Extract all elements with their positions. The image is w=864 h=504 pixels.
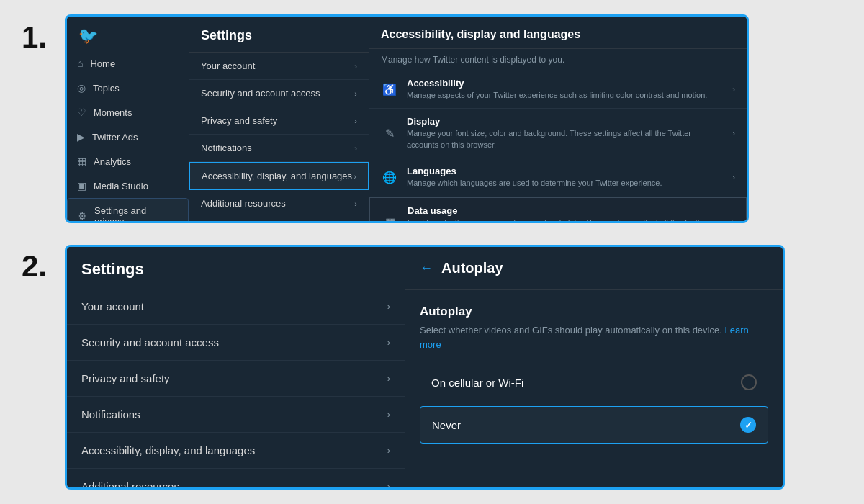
p2-accessibility-chevron: › xyxy=(387,445,390,456)
cellular-radio[interactable] xyxy=(741,374,757,390)
back-arrow-icon[interactable]: ← xyxy=(420,261,433,276)
p2-your-account-label: Your account xyxy=(81,300,144,312)
p2-security-chevron: › xyxy=(387,337,390,348)
p2-additional-chevron: › xyxy=(387,481,390,490)
notifications-chevron: › xyxy=(354,144,357,153)
sidebar-item-topics[interactable]: ◎ Topics xyxy=(67,76,189,100)
languages-text: Languages Manage which languages are use… xyxy=(407,166,724,189)
additional-chevron: › xyxy=(354,199,357,208)
p2-accessibility-label: Accessibility, display, and languages xyxy=(81,444,255,456)
autoplay-section-title: Autoplay xyxy=(420,305,768,319)
display-detail-icon: ✎ xyxy=(381,127,398,140)
autoplay-content: Autoplay Select whether videos and GIFs … xyxy=(405,290,783,464)
panel2-container: Settings Your account › Security and acc… xyxy=(65,245,785,490)
accessibility-detail-chevron: › xyxy=(732,85,735,94)
p2-your-account-chevron: › xyxy=(387,301,390,312)
security-chevron: › xyxy=(354,89,357,98)
notifications-label: Notifications xyxy=(201,143,252,153)
p2-privacy-chevron: › xyxy=(387,373,390,384)
moments-icon: ♡ xyxy=(77,107,86,118)
p2-notifications-chevron: › xyxy=(387,409,390,420)
settings-column: Settings Your account › Security and acc… xyxy=(189,17,369,221)
accessibility-label: Accessibility, display, and languages xyxy=(202,171,352,181)
p2-security-label: Security and account access xyxy=(81,336,219,348)
data-usage-desc: Limit how Twitter uses some of your netw… xyxy=(408,217,723,223)
autoplay-option-never[interactable]: Never xyxy=(420,406,768,444)
sidebar-analytics-label: Analytics xyxy=(94,156,131,167)
sidebar-media-studio-label: Media Studio xyxy=(94,181,148,192)
twitter-logo-icon: 🐦 xyxy=(67,17,189,51)
topics-icon: ◎ xyxy=(77,82,86,94)
sidebar-item-twitter-ads[interactable]: ▶ Twitter Ads xyxy=(67,125,189,149)
sidebar-item-media-studio[interactable]: ▣ Media Studio xyxy=(67,174,189,198)
data-usage-detail-chevron: › xyxy=(732,217,734,223)
languages-detail-icon: 🌐 xyxy=(381,171,398,184)
security-label: Security and account access xyxy=(201,88,320,99)
p2-security[interactable]: Security and account access › xyxy=(67,325,405,361)
autoplay-desc-text: Select whether videos and GIFs should pl… xyxy=(420,325,724,336)
accessibility-chevron: › xyxy=(354,172,356,181)
languages-desc: Manage which languages are used to deter… xyxy=(407,178,724,189)
sidebar-item-analytics[interactable]: ▦ Analytics xyxy=(67,149,189,174)
p2-additional[interactable]: Additional resources › xyxy=(67,469,405,490)
display-detail-chevron: › xyxy=(732,129,735,138)
detail-display[interactable]: ✎ Display Manage your font size, color a… xyxy=(369,109,747,158)
data-usage-detail-icon: ▦ xyxy=(382,215,399,223)
sidebar-item-settings[interactable]: ⚙ Settings and privacy xyxy=(67,198,189,223)
settings-notifications[interactable]: Notifications › xyxy=(189,135,369,162)
accessibility-title: Accessibility xyxy=(407,78,724,89)
data-usage-title: Data usage xyxy=(408,205,723,216)
panel1-container: 🐦 ⌂ Home ◎ Topics ♡ Moments ▶ Twitter Ad… xyxy=(65,14,749,223)
data-usage-text: Data usage Limit how Twitter uses some o… xyxy=(408,205,723,223)
detail-languages[interactable]: 🌐 Languages Manage which languages are u… xyxy=(369,158,747,197)
settings-your-account[interactable]: Your account › xyxy=(189,53,369,80)
autoplay-option-cellular[interactable]: On cellular or Wi-Fi xyxy=(420,364,768,400)
p2-privacy-label: Privacy and safety xyxy=(81,372,170,384)
p2-additional-label: Additional resources xyxy=(81,480,179,490)
sidebar-topics-label: Topics xyxy=(93,83,120,94)
sidebar-item-moments[interactable]: ♡ Moments xyxy=(67,100,189,125)
p2-your-account[interactable]: Your account › xyxy=(67,289,405,325)
your-account-chevron: › xyxy=(354,62,357,71)
p2-settings-header: Settings xyxy=(67,247,405,289)
sidebar-moments-label: Moments xyxy=(94,107,132,118)
privacy-label: Privacy and safety xyxy=(201,115,277,126)
never-radio[interactable] xyxy=(740,417,756,433)
additional-label: Additional resources xyxy=(201,198,286,209)
settings-icon: ⚙ xyxy=(78,210,87,222)
sidebar-twitter-ads-label: Twitter Ads xyxy=(92,132,138,143)
settings-additional[interactable]: Additional resources › xyxy=(189,190,369,217)
p2-autoplay-header: ← Autoplay xyxy=(405,247,783,290)
settings-accessibility[interactable]: Accessibility, display, and languages › xyxy=(189,162,369,190)
display-title: Display xyxy=(407,116,724,127)
p2-privacy[interactable]: Privacy and safety › xyxy=(67,361,405,397)
your-account-label: Your account xyxy=(201,60,255,71)
sidebar: 🐦 ⌂ Home ◎ Topics ♡ Moments ▶ Twitter Ad… xyxy=(67,17,189,221)
privacy-chevron: › xyxy=(354,117,357,125)
detail-accessibility[interactable]: ♿ Accessibility Manage aspects of your T… xyxy=(369,71,747,109)
detail-subtitle: Manage how Twitter content is displayed … xyxy=(369,49,747,71)
step1-number: 1. xyxy=(22,20,47,55)
display-text: Display Manage your font size, color and… xyxy=(407,116,724,150)
sidebar-item-home[interactable]: ⌂ Home xyxy=(67,51,189,76)
p2-settings-list: Settings Your account › Security and acc… xyxy=(67,247,405,487)
p2-autoplay-panel: ← Autoplay Autoplay Select whether video… xyxy=(405,247,783,487)
settings-security[interactable]: Security and account access › xyxy=(189,80,369,107)
p2-notifications[interactable]: Notifications › xyxy=(67,397,405,433)
sidebar-home-label: Home xyxy=(90,58,115,69)
accessibility-detail-icon: ♿ xyxy=(381,83,398,96)
home-icon: ⌂ xyxy=(77,58,83,69)
p2-accessibility[interactable]: Accessibility, display, and languages › xyxy=(67,433,405,469)
detail-data-usage[interactable]: ▦ Data usage Limit how Twitter uses some… xyxy=(369,197,747,223)
accessibility-text: Accessibility Manage aspects of your Twi… xyxy=(407,78,724,101)
never-label: Never xyxy=(432,419,461,431)
settings-privacy[interactable]: Privacy and safety › xyxy=(189,107,369,135)
media-studio-icon: ▣ xyxy=(77,180,86,192)
step2-number: 2. xyxy=(22,249,47,284)
languages-title: Languages xyxy=(407,166,724,176)
settings-col-header: Settings xyxy=(189,17,369,53)
autoplay-section-desc: Select whether videos and GIFs should pl… xyxy=(420,323,768,351)
languages-detail-chevron: › xyxy=(732,173,735,181)
detail-header: Accessibility, display and languages xyxy=(369,17,747,49)
display-desc: Manage your font size, color and backgro… xyxy=(407,128,724,150)
